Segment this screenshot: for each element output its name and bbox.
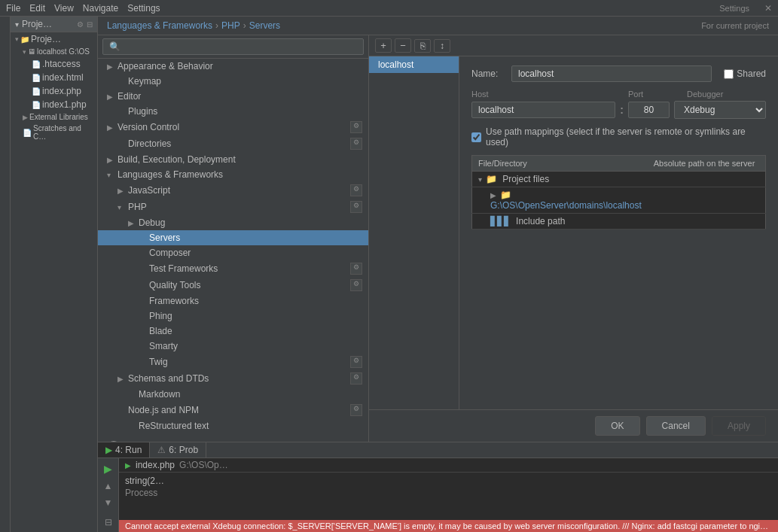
settings-config-icon: ⚙	[350, 263, 362, 275]
prob-tab[interactable]: ⚠ 6: Prob	[150, 442, 206, 458]
folder-icon: 📁	[20, 35, 29, 44]
server-list-item[interactable]: localhost	[369, 56, 459, 73]
item-label: Debug	[139, 217, 165, 228]
tree-item-index1php[interactable]: 📄 index1.php	[11, 98, 97, 111]
tree-item-indexphp[interactable]: 📄 index.php	[11, 84, 97, 98]
path-mapping-checkbox[interactable]	[471, 132, 481, 142]
run-layout-button[interactable]: ⊟	[103, 515, 114, 529]
tree-item-localhost[interactable]: ▾ 🖥 localhost G:\OS	[11, 46, 97, 57]
item-label: Node.js and NPM	[128, 405, 199, 415]
settings-item-smarty[interactable]: Smarty	[98, 339, 368, 354]
project-files-label: Project files	[502, 174, 549, 184]
item-label: Keymap	[128, 76, 161, 87]
settings-item-editor[interactable]: ▶ Editor	[98, 89, 368, 104]
cancel-button[interactable]: Cancel	[646, 416, 706, 436]
name-input[interactable]	[511, 65, 712, 82]
arrow-icon: ▾	[23, 48, 26, 56]
run-up-button[interactable]: ▲	[102, 479, 114, 493]
settings-config-icon: ⚙	[350, 279, 362, 291]
settings-item-version-control[interactable]: ▶ Version Control ⚙	[98, 119, 368, 135]
for-project-label: For current project	[701, 21, 769, 30]
breadcrumb-part2[interactable]: PHP	[221, 20, 240, 31]
settings-item-debug[interactable]: ▶ Debug	[98, 215, 368, 230]
tree-label: External Libraries	[29, 113, 88, 121]
settings-item-plugins[interactable]: Plugins	[98, 104, 368, 119]
folder-icon: 📁	[500, 190, 511, 200]
menu-navigate[interactable]: Navigate	[83, 3, 118, 14]
host-input[interactable]	[471, 102, 615, 118]
settings-item-twig[interactable]: Twig ⚙	[98, 354, 368, 370]
tree-item-scratches[interactable]: 📄 Scratches and C…	[11, 123, 97, 142]
menu-edit[interactable]: Edit	[29, 3, 45, 14]
run-down-button[interactable]: ▼	[102, 496, 114, 509]
tree-label: localhost G:\OS	[37, 47, 90, 56]
breadcrumb-sep1: ›	[215, 20, 218, 31]
settings-item-nodejs[interactable]: Node.js and NPM ⚙	[98, 402, 368, 418]
move-server-button[interactable]: ↕	[434, 39, 450, 53]
settings-item-directories[interactable]: Directories ⚙	[98, 135, 368, 152]
settings-item-markdown[interactable]: Markdown	[98, 387, 368, 402]
apply-button[interactable]: Apply	[712, 416, 766, 436]
settings-item-phing[interactable]: Phing	[98, 309, 368, 324]
settings-item-blade[interactable]: Blade	[98, 324, 368, 339]
host-port-row: : Xdebug Zend Debugger	[471, 101, 766, 119]
shared-checkbox[interactable]	[724, 69, 734, 79]
left-sidebar-strip	[0, 17, 11, 532]
run-tab-label: 4: Run	[115, 445, 142, 455]
breadcrumb-part3[interactable]: Servers	[249, 20, 280, 31]
arrow-icon: ▾	[107, 171, 117, 179]
item-label: Version Control	[117, 122, 179, 132]
run-file-label: index.php	[136, 460, 175, 470]
breadcrumb-sep2: ›	[243, 20, 246, 31]
settings-tree: ▶ Appearance & Behavior Keymap	[98, 59, 368, 442]
tree-item-htaccess[interactable]: 📄 .htaccess	[11, 57, 97, 71]
table-row-include-path[interactable]: ▋▋▋ Include path	[472, 214, 766, 230]
settings-item-restructured[interactable]: ReStructured text	[98, 418, 368, 433]
settings-item-build[interactable]: ▶ Build, Execution, Deployment	[98, 152, 368, 167]
item-label: Appearance & Behavior	[117, 61, 213, 71]
arrow-icon: ▶	[107, 62, 117, 71]
settings-item-test-frameworks[interactable]: Test Frameworks ⚙	[98, 260, 368, 277]
table-row-path-entry[interactable]: ▶ 📁 G:\OS\OpenServer\domains\localhost	[472, 187, 766, 214]
ok-button[interactable]: OK	[595, 416, 639, 436]
port-input[interactable]	[628, 102, 670, 118]
settings-item-servers[interactable]: Servers	[98, 230, 368, 245]
run-play-button[interactable]: ▶	[102, 461, 114, 476]
settings-item-quality-tools[interactable]: Quality Tools ⚙	[98, 277, 368, 293]
item-label: JavaScript	[128, 185, 170, 196]
settings-item-languages[interactable]: ▾ Languages & Frameworks	[98, 167, 368, 182]
settings-item-composer[interactable]: Composer	[98, 245, 368, 260]
window-close-icon[interactable]: ✕	[764, 3, 772, 14]
include-path-icon: ▋▋▋	[490, 216, 511, 226]
debugger-select[interactable]: Xdebug Zend Debugger	[674, 101, 766, 119]
dialog-buttons: OK Cancel Apply	[369, 409, 778, 442]
settings-item-php[interactable]: ▾ PHP ⚙	[98, 199, 368, 215]
settings-body: ▶ Appearance & Behavior Keymap	[98, 35, 778, 442]
arrow-icon: ▾	[15, 35, 19, 43]
run-tab[interactable]: ▶ 4: Run	[98, 442, 150, 458]
project-settings-icon[interactable]: ⚙	[77, 20, 84, 29]
tree-item-external[interactable]: ▶ External Libraries	[11, 111, 97, 123]
copy-server-button[interactable]: ⎘	[414, 39, 431, 53]
remove-server-button[interactable]: −	[395, 38, 411, 53]
menu-view[interactable]: View	[54, 3, 74, 14]
settings-search-input[interactable]	[102, 38, 364, 55]
project-tree: ▾ 📁 Proje… ▾ 🖥 localhost G:\OS 📄 .htacce…	[11, 32, 97, 532]
arrow-icon: ▶	[107, 156, 117, 164]
path-mapping-table: File/Directory Absolute path on the serv…	[471, 155, 766, 230]
settings-item-keymap[interactable]: Keymap	[98, 74, 368, 89]
settings-item-javascript[interactable]: ▶ JavaScript ⚙	[98, 182, 368, 199]
menu-settings[interactable]: Settings	[127, 3, 160, 14]
breadcrumb-part1[interactable]: Languages & Frameworks	[107, 20, 212, 31]
tree-item-project[interactable]: ▾ 📁 Proje…	[11, 32, 97, 46]
settings-item-schemas[interactable]: ▶ Schemas and DTDs ⚙	[98, 370, 368, 387]
include-path-label: Include path	[516, 216, 565, 226]
add-server-button[interactable]: +	[375, 38, 392, 53]
settings-left-panel: ▶ Appearance & Behavior Keymap	[98, 35, 369, 442]
settings-item-appearance[interactable]: ▶ Appearance & Behavior	[98, 59, 368, 74]
menu-file[interactable]: File	[6, 3, 20, 14]
run-output-area: ▶ index.php G:\OS\Op… string(2… Process …	[119, 458, 778, 532]
tree-item-indexhtml[interactable]: 📄 index.html	[11, 71, 97, 84]
project-layout-icon[interactable]: ⊟	[87, 20, 93, 29]
settings-item-frameworks[interactable]: Frameworks	[98, 293, 368, 309]
